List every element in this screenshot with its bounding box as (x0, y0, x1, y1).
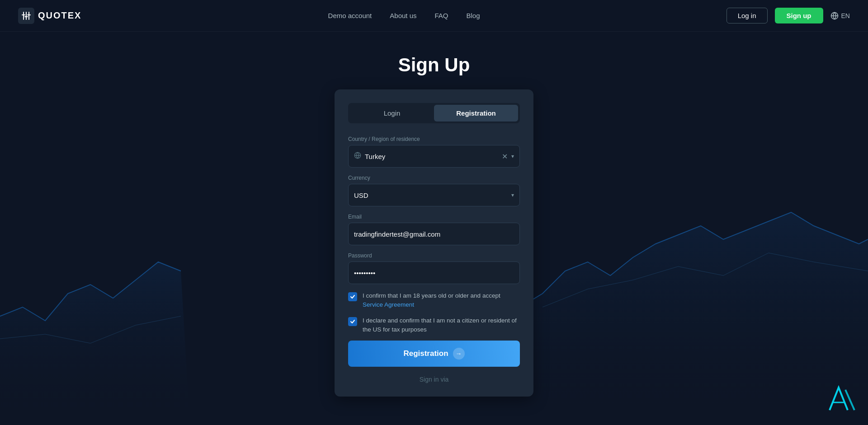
login-button[interactable]: Log in (726, 8, 768, 23)
currency-select[interactable]: USD ▾ (348, 184, 520, 206)
nav-faq[interactable]: FAQ (435, 12, 448, 19)
tab-login[interactable]: Login (350, 105, 434, 121)
page-title: Sign Up (398, 54, 470, 76)
currency-value: USD (354, 191, 511, 199)
checkbox-age-group: I confirm that I am 18 years old or olde… (348, 291, 520, 310)
email-label: Email (348, 214, 520, 220)
email-field-wrapper (348, 223, 520, 245)
checkbox-us-label: I declare and confirm that I am not a ci… (363, 316, 520, 335)
country-chevron-icon: ▾ (511, 153, 514, 159)
country-field-actions: ✕ ▾ (502, 152, 514, 161)
registration-arrow-icon: → (453, 348, 465, 360)
password-label: Password (348, 252, 520, 259)
country-globe-icon (354, 152, 361, 161)
watermark-logo (827, 385, 859, 416)
logo-icon (18, 8, 34, 24)
globe-icon (830, 12, 839, 20)
service-agreement-link[interactable]: Service Agreement (363, 301, 414, 308)
tab-registration[interactable]: Registration (434, 105, 518, 121)
signup-form-card: Login Registration Country / Region of r… (335, 89, 533, 397)
email-input[interactable] (354, 230, 514, 238)
currency-chevron-icon: ▾ (511, 192, 514, 198)
country-label: Country / Region of residence (348, 136, 520, 142)
nav-demo-account[interactable]: Demo account (328, 12, 372, 19)
nav-links: Demo account About us FAQ Blog (328, 12, 480, 19)
country-field-group: Country / Region of residence ✕ ▾ (348, 136, 520, 168)
main-content: Sign Up Login Registration Country / Reg… (0, 32, 868, 397)
signup-button[interactable]: Sign up (775, 8, 823, 23)
checkbox-us-group: I declare and confirm that I am not a ci… (348, 316, 520, 335)
country-field-wrapper[interactable]: ✕ ▾ (348, 145, 520, 168)
language-selector[interactable]: EN (830, 12, 850, 20)
nav-blog[interactable]: Blog (467, 12, 480, 19)
checkbox-us[interactable] (348, 317, 357, 326)
brand-name: QUOTEX (38, 10, 81, 21)
logo-area: QUOTEX (18, 8, 81, 24)
password-field-wrapper (348, 262, 520, 284)
registration-btn-label: Registration (403, 349, 448, 358)
country-input[interactable] (365, 153, 502, 160)
language-label: EN (841, 12, 850, 19)
nav-about-us[interactable]: About us (390, 12, 416, 19)
sign-in-via: Sign in via (348, 376, 520, 383)
form-tabs: Login Registration (348, 103, 520, 123)
navbar-actions: Log in Sign up EN (726, 8, 850, 23)
checkbox-age-label: I confirm that I am 18 years old or olde… (363, 291, 520, 310)
navbar: QUOTEX Demo account About us FAQ Blog Lo… (0, 0, 868, 32)
email-field-group: Email (348, 214, 520, 245)
checkbox-age[interactable] (348, 292, 357, 301)
password-field-group: Password (348, 252, 520, 284)
password-input[interactable] (354, 269, 514, 277)
registration-button[interactable]: Registration → (348, 341, 520, 367)
country-clear-button[interactable]: ✕ (502, 152, 508, 161)
currency-label: Currency (348, 175, 520, 181)
currency-field-group: Currency USD ▾ (348, 175, 520, 206)
